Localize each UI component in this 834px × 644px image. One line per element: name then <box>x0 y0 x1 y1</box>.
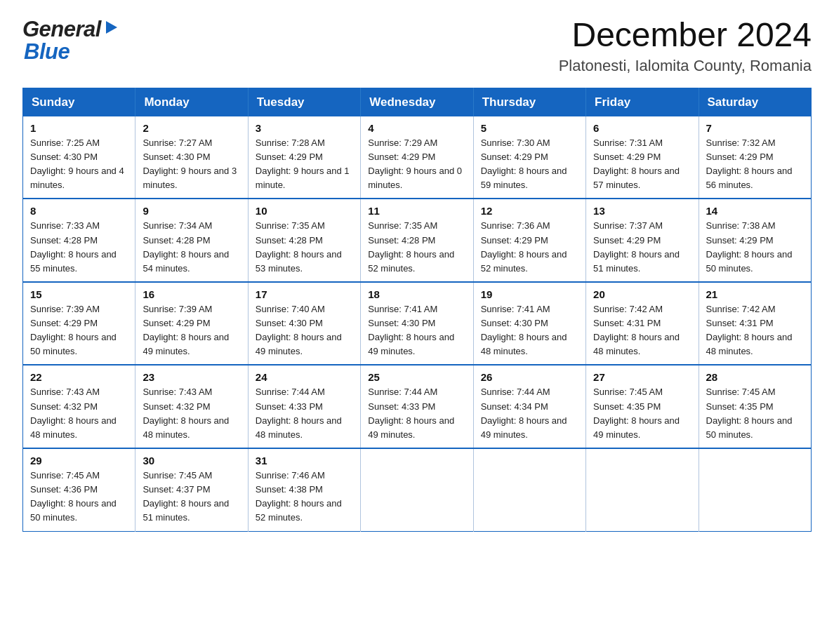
day-info: Sunrise: 7:45 AMSunset: 4:37 PMDaylight:… <box>143 469 240 525</box>
day-info: Sunrise: 7:45 AMSunset: 4:35 PMDaylight:… <box>706 385 804 442</box>
day-info: Sunrise: 7:31 AMSunset: 4:29 PMDaylight:… <box>593 136 691 193</box>
title-section: December 2024 Platonesti, Ialomita Count… <box>559 17 812 75</box>
day-info: Sunrise: 7:40 AMSunset: 4:30 PMDaylight:… <box>256 302 353 359</box>
day-info: Sunrise: 7:45 AMSunset: 4:36 PMDaylight:… <box>30 469 128 525</box>
calendar-cell: 4Sunrise: 7:29 AMSunset: 4:29 PMDaylight… <box>361 116 473 199</box>
day-info: Sunrise: 7:37 AMSunset: 4:29 PMDaylight:… <box>593 219 691 276</box>
day-info: Sunrise: 7:25 AMSunset: 4:30 PMDaylight:… <box>30 136 128 193</box>
day-header-tuesday: Tuesday <box>248 88 360 116</box>
day-number: 19 <box>481 288 578 300</box>
day-info: Sunrise: 7:27 AMSunset: 4:30 PMDaylight:… <box>143 136 240 193</box>
calendar-cell: 26Sunrise: 7:44 AMSunset: 4:34 PMDayligh… <box>473 365 585 448</box>
day-info: Sunrise: 7:46 AMSunset: 4:38 PMDaylight:… <box>256 469 353 525</box>
day-number: 26 <box>481 371 578 383</box>
calendar-header: SundayMondayTuesdayWednesdayThursdayFrid… <box>23 88 812 116</box>
day-number: 27 <box>593 371 691 383</box>
day-header-monday: Monday <box>135 88 248 116</box>
day-number: 18 <box>368 288 465 300</box>
calendar-cell: 6Sunrise: 7:31 AMSunset: 4:29 PMDaylight… <box>586 116 699 199</box>
logo: General Blue <box>22 17 119 65</box>
calendar-cell: 18Sunrise: 7:41 AMSunset: 4:30 PMDayligh… <box>361 282 473 365</box>
day-number: 11 <box>368 205 465 217</box>
page-header: General Blue December 2024 Platonesti, I… <box>22 17 812 75</box>
day-info: Sunrise: 7:41 AMSunset: 4:30 PMDaylight:… <box>481 302 578 359</box>
day-number: 22 <box>30 371 128 383</box>
day-number: 12 <box>481 205 578 217</box>
day-number: 31 <box>256 455 353 467</box>
calendar-cell <box>699 448 811 531</box>
day-info: Sunrise: 7:39 AMSunset: 4:29 PMDaylight:… <box>143 302 240 359</box>
calendar-cell: 21Sunrise: 7:42 AMSunset: 4:31 PMDayligh… <box>699 282 811 365</box>
day-info: Sunrise: 7:45 AMSunset: 4:35 PMDaylight:… <box>593 385 691 442</box>
calendar-cell: 19Sunrise: 7:41 AMSunset: 4:30 PMDayligh… <box>473 282 585 365</box>
day-number: 3 <box>256 122 353 134</box>
calendar-cell: 16Sunrise: 7:39 AMSunset: 4:29 PMDayligh… <box>135 282 248 365</box>
calendar-cell <box>586 448 699 531</box>
logo-triangle-icon <box>103 20 119 35</box>
day-info: Sunrise: 7:44 AMSunset: 4:33 PMDaylight:… <box>368 385 465 442</box>
calendar-cell: 9Sunrise: 7:34 AMSunset: 4:28 PMDaylight… <box>135 199 248 282</box>
day-info: Sunrise: 7:39 AMSunset: 4:29 PMDaylight:… <box>30 302 128 359</box>
calendar-cell: 25Sunrise: 7:44 AMSunset: 4:33 PMDayligh… <box>361 365 473 448</box>
day-number: 28 <box>706 371 804 383</box>
calendar-week-4: 22Sunrise: 7:43 AMSunset: 4:32 PMDayligh… <box>23 365 812 448</box>
calendar-subtitle: Platonesti, Ialomita County, Romania <box>559 57 812 75</box>
day-info: Sunrise: 7:36 AMSunset: 4:29 PMDaylight:… <box>481 219 578 276</box>
day-number: 29 <box>30 455 128 467</box>
calendar-cell: 30Sunrise: 7:45 AMSunset: 4:37 PMDayligh… <box>135 448 248 531</box>
calendar-week-1: 1Sunrise: 7:25 AMSunset: 4:30 PMDaylight… <box>23 116 812 199</box>
logo-general-text: General <box>22 17 101 42</box>
day-info: Sunrise: 7:29 AMSunset: 4:29 PMDaylight:… <box>368 136 465 193</box>
day-info: Sunrise: 7:33 AMSunset: 4:28 PMDaylight:… <box>30 219 128 276</box>
calendar-week-3: 15Sunrise: 7:39 AMSunset: 4:29 PMDayligh… <box>23 282 812 365</box>
calendar-cell: 29Sunrise: 7:45 AMSunset: 4:36 PMDayligh… <box>23 448 135 531</box>
day-number: 21 <box>706 288 804 300</box>
calendar-cell: 27Sunrise: 7:45 AMSunset: 4:35 PMDayligh… <box>586 365 699 448</box>
day-info: Sunrise: 7:44 AMSunset: 4:34 PMDaylight:… <box>481 385 578 442</box>
day-header-sunday: Sunday <box>23 88 135 116</box>
day-header-wednesday: Wednesday <box>361 88 473 116</box>
day-number: 14 <box>706 205 804 217</box>
calendar-table: SundayMondayTuesdayWednesdayThursdayFrid… <box>22 88 812 532</box>
calendar-cell: 10Sunrise: 7:35 AMSunset: 4:28 PMDayligh… <box>248 199 360 282</box>
day-info: Sunrise: 7:41 AMSunset: 4:30 PMDaylight:… <box>368 302 465 359</box>
calendar-cell: 12Sunrise: 7:36 AMSunset: 4:29 PMDayligh… <box>473 199 585 282</box>
day-number: 7 <box>706 122 804 134</box>
calendar-cell: 15Sunrise: 7:39 AMSunset: 4:29 PMDayligh… <box>23 282 135 365</box>
day-info: Sunrise: 7:42 AMSunset: 4:31 PMDaylight:… <box>593 302 691 359</box>
calendar-cell: 20Sunrise: 7:42 AMSunset: 4:31 PMDayligh… <box>586 282 699 365</box>
day-number: 17 <box>256 288 353 300</box>
day-number: 20 <box>593 288 691 300</box>
calendar-title: December 2024 <box>559 17 812 54</box>
day-number: 16 <box>143 288 240 300</box>
day-number: 2 <box>143 122 240 134</box>
calendar-cell: 22Sunrise: 7:43 AMSunset: 4:32 PMDayligh… <box>23 365 135 448</box>
logo-blue-text: Blue <box>24 39 70 64</box>
calendar-cell <box>361 448 473 531</box>
day-number: 1 <box>30 122 128 134</box>
calendar-cell: 14Sunrise: 7:38 AMSunset: 4:29 PMDayligh… <box>699 199 811 282</box>
day-number: 30 <box>143 455 240 467</box>
day-header-saturday: Saturday <box>699 88 811 116</box>
calendar-cell: 1Sunrise: 7:25 AMSunset: 4:30 PMDaylight… <box>23 116 135 199</box>
calendar-cell: 28Sunrise: 7:45 AMSunset: 4:35 PMDayligh… <box>699 365 811 448</box>
calendar-body: 1Sunrise: 7:25 AMSunset: 4:30 PMDaylight… <box>23 116 812 531</box>
calendar-cell: 17Sunrise: 7:40 AMSunset: 4:30 PMDayligh… <box>248 282 360 365</box>
calendar-cell: 13Sunrise: 7:37 AMSunset: 4:29 PMDayligh… <box>586 199 699 282</box>
day-header-thursday: Thursday <box>473 88 585 116</box>
calendar-cell: 7Sunrise: 7:32 AMSunset: 4:29 PMDaylight… <box>699 116 811 199</box>
day-info: Sunrise: 7:38 AMSunset: 4:29 PMDaylight:… <box>706 219 804 276</box>
calendar-week-5: 29Sunrise: 7:45 AMSunset: 4:36 PMDayligh… <box>23 448 812 531</box>
day-number: 5 <box>481 122 578 134</box>
day-info: Sunrise: 7:34 AMSunset: 4:28 PMDaylight:… <box>143 219 240 276</box>
day-info: Sunrise: 7:43 AMSunset: 4:32 PMDaylight:… <box>143 385 240 442</box>
day-number: 8 <box>30 205 128 217</box>
day-info: Sunrise: 7:30 AMSunset: 4:29 PMDaylight:… <box>481 136 578 193</box>
calendar-cell: 31Sunrise: 7:46 AMSunset: 4:38 PMDayligh… <box>248 448 360 531</box>
day-number: 24 <box>256 371 353 383</box>
day-header-row: SundayMondayTuesdayWednesdayThursdayFrid… <box>23 88 812 116</box>
calendar-cell: 3Sunrise: 7:28 AMSunset: 4:29 PMDaylight… <box>248 116 360 199</box>
calendar-cell: 8Sunrise: 7:33 AMSunset: 4:28 PMDaylight… <box>23 199 135 282</box>
day-number: 9 <box>143 205 240 217</box>
calendar-cell: 24Sunrise: 7:44 AMSunset: 4:33 PMDayligh… <box>248 365 360 448</box>
